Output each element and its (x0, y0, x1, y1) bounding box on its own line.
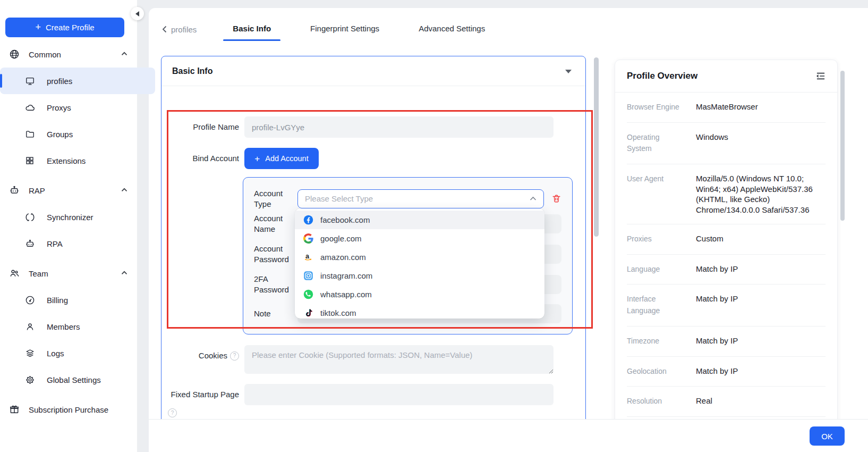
sidebar-item-members[interactable]: Members (0, 313, 137, 340)
help-icon[interactable]: ? (230, 351, 239, 361)
help-icon[interactable]: ? (168, 408, 177, 417)
account-name-label: Account Name (254, 213, 294, 234)
tab-advanced-settings[interactable]: Advanced Settings (415, 20, 488, 39)
overview-value: Real (696, 396, 826, 407)
account-type-label: Account Type (254, 188, 294, 209)
dropdown-option-google[interactable]: google.com (295, 229, 544, 248)
sidebar-item-label: Extensions (47, 156, 86, 165)
bind-account-label: Bind Account (165, 148, 239, 169)
google-icon (303, 233, 313, 244)
amazon-icon: a (303, 252, 313, 262)
form-scrollbar-thumb[interactable] (594, 57, 599, 237)
overview-row: Language Match by IP (627, 255, 826, 285)
whatsapp-icon (303, 289, 313, 299)
monitor-icon (24, 76, 35, 86)
dropdown-option-whatsapp[interactable]: whatsapp.com (295, 285, 544, 304)
overview-row: Operating System Windows (627, 123, 826, 164)
tab-basic-info[interactable]: Basic Info (229, 20, 274, 39)
sidebar-item-label: Global Settings (47, 375, 101, 384)
delete-account-button[interactable] (551, 194, 561, 204)
bind-account-row: Bind Account + Add Account (165, 148, 585, 169)
cookies-textarea[interactable] (244, 345, 554, 374)
sidebar-item-global-settings[interactable]: Global Settings (0, 366, 137, 393)
tab-bar: profiles Basic Info Fingerprint Settings… (162, 20, 488, 39)
panel-title: Profile Overview (627, 71, 697, 81)
sidebar-item-team[interactable]: Team (0, 260, 137, 287)
breadcrumb-back-link[interactable]: profiles (162, 25, 197, 34)
page-scrollbar-thumb[interactable] (840, 71, 845, 221)
dropdown-option-label: whatsapp.com (320, 290, 372, 299)
profile-name-input[interactable] (244, 116, 554, 138)
overview-value: Match by IP (696, 366, 826, 378)
sidebar-item-billing[interactable]: Billing (0, 287, 137, 313)
grid-icon (24, 156, 35, 165)
sidebar: + Create Profile Common profiles (0, 0, 137, 452)
sidebar-item-rpa[interactable]: RPA (0, 230, 137, 257)
dropdown-option-facebook[interactable]: facebook.com (295, 211, 544, 229)
overview-value: Match by IP (696, 294, 826, 316)
folder-icon (24, 129, 35, 139)
account-type-placeholder: Please Select Type (305, 194, 373, 203)
dropdown-option-label: google.com (320, 234, 362, 243)
add-account-button[interactable]: + Add Account (244, 148, 319, 169)
sidebar-collapse-button[interactable] (131, 7, 144, 20)
sidebar-item-label: Billing (47, 296, 68, 305)
sidebar-item-label: Team (29, 269, 48, 278)
create-profile-button[interactable]: + Create Profile (5, 18, 124, 37)
dropdown-option-label: amazon.com (320, 253, 366, 262)
cookies-label-text: Cookies (199, 350, 227, 361)
account-type-row: Account Type Please Select Type (254, 188, 561, 209)
ok-button[interactable]: OK (810, 426, 845, 446)
sidebar-item-logs[interactable]: Logs (0, 340, 137, 366)
dropdown-option-label: tiktok.com (320, 308, 356, 317)
collapse-caret-icon[interactable] (565, 70, 572, 73)
dropdown-option-amazon[interactable]: a amazon.com (295, 248, 544, 266)
dropdown-option-instagram[interactable]: instagram.com (295, 266, 544, 285)
basic-info-card-header: Basic Info (161, 56, 585, 86)
sidebar-item-rap[interactable]: RAP (0, 177, 137, 204)
person-icon (24, 322, 35, 332)
breadcrumb-label: profiles (171, 25, 197, 34)
chevron-up-icon (121, 271, 127, 275)
account-type-select[interactable]: Please Select Type (297, 189, 544, 208)
overview-value: Match by IP (696, 264, 826, 275)
overview-label: Proxies (627, 233, 688, 245)
section-title: Basic Info (172, 66, 212, 76)
dropdown-option-label: instagram.com (320, 271, 372, 280)
sidebar-item-subscription-purchase[interactable]: Subscription Purchase (0, 396, 137, 423)
tab-fingerprint-settings[interactable]: Fingerprint Settings (307, 20, 382, 39)
chevron-up-icon (121, 188, 127, 192)
sidebar-item-label: RPA (47, 239, 63, 248)
sidebar-item-groups[interactable]: Groups (0, 121, 137, 147)
sidebar-item-profiles[interactable]: profiles (0, 68, 155, 94)
fixed-startup-page-input[interactable] (244, 384, 554, 405)
sidebar-item-extensions[interactable]: Extensions (0, 147, 137, 174)
basic-info-form: Profile Name Bind Account + Add Account … (161, 86, 585, 417)
profile-overview-header: Profile Overview (615, 60, 837, 93)
account-type-dropdown: facebook.com google.com a amazon.com (295, 208, 544, 319)
overview-label: Language (627, 264, 688, 275)
sync-icon (24, 212, 35, 222)
add-account-label: Add Account (265, 154, 308, 163)
footer-bar: OK (149, 419, 868, 452)
sidebar-item-label: Common (29, 50, 61, 59)
sidebar-item-proxys[interactable]: Proxys (0, 94, 137, 121)
svg-text:a: a (305, 253, 310, 260)
overview-value: Windows (696, 132, 826, 155)
profile-overview-rows: Browser Engine MasMateBrowser Operating … (615, 93, 837, 447)
chevron-left-icon (162, 26, 167, 33)
fixed-startup-page-row: Fixed Startup Page ? (165, 384, 585, 417)
plus-icon: + (35, 22, 41, 32)
collapse-panel-button[interactable] (816, 72, 826, 80)
dropdown-option-tiktok[interactable]: tiktok.com (295, 304, 544, 319)
chevron-up-icon (530, 196, 537, 201)
sidebar-item-common[interactable]: Common (0, 41, 137, 68)
overview-label: User Agent (627, 173, 688, 215)
create-profile-label: Create Profile (46, 23, 95, 32)
instagram-icon (303, 271, 313, 281)
sidebar-item-synchronizer[interactable]: Synchronizer (0, 204, 137, 230)
collapse-arrow-icon (135, 11, 139, 16)
profile-name-label: Profile Name (165, 116, 239, 138)
dropdown-option-label: facebook.com (320, 215, 370, 224)
collapse-panel-icon (816, 72, 826, 80)
